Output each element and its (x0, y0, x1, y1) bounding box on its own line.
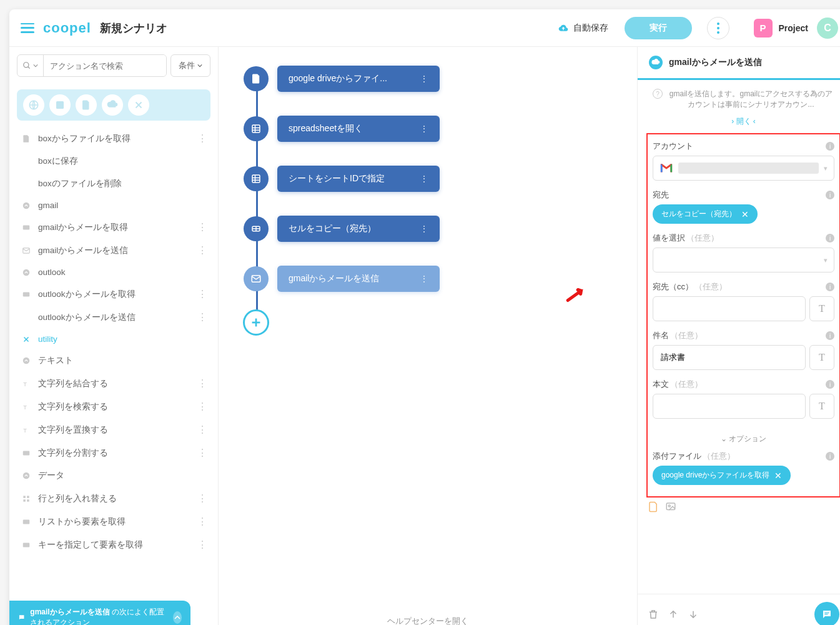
scenario-title[interactable]: 新規シナリオ (100, 21, 167, 36)
sidebar-item-label: リストから要素を取得 (38, 516, 126, 528)
sidebar-action-item[interactable]: boxのファイルを削除 (9, 172, 218, 195)
item-more-icon[interactable]: ⋮ (197, 244, 207, 256)
info-icon[interactable]: i (826, 380, 834, 389)
tip-bar[interactable]: gmailからメールを送信 の次によく配置されるアクション (9, 601, 190, 625)
sidebar-category[interactable]: テキスト (9, 349, 218, 372)
item-more-icon[interactable]: ⋮ (197, 516, 207, 528)
sidebar-action-item[interactable]: outlookからメールを取得⋮ (9, 282, 218, 306)
flow-canvas[interactable]: google driveからファイ...⋮spreadsheetを開く⋮シートを… (219, 47, 637, 625)
filter-button[interactable]: 条件 (170, 54, 210, 77)
info-icon[interactable]: i (826, 191, 834, 199)
sidebar-action-item[interactable]: boxに保存 (9, 150, 218, 172)
info-icon[interactable]: i (826, 331, 834, 340)
delete-icon[interactable] (648, 609, 659, 620)
item-more-icon[interactable]: ⋮ (197, 492, 207, 504)
account-select[interactable]: ▾ (653, 156, 834, 181)
comment-icon (18, 612, 25, 622)
sidebar-action-item[interactable]: outlookからメールを送信⋮ (9, 306, 218, 329)
item-more-icon[interactable]: ⋮ (197, 221, 207, 233)
info-icon[interactable]: i (826, 142, 834, 151)
attachment-chip[interactable]: google driveからファイルを取得 ✕ (653, 466, 791, 485)
help-icon[interactable]: ? (653, 89, 663, 99)
help-center-link[interactable]: ヘルプセンターを開く (387, 616, 468, 625)
sidebar-item-label: 文字列を分割する (38, 448, 108, 459)
item-more-icon[interactable]: ⋮ (197, 311, 207, 323)
item-more-icon[interactable]: ⋮ (197, 378, 207, 389)
value-select[interactable]: ▾ (653, 248, 834, 272)
sidebar-item-label: gmailからメールを送信 (38, 245, 128, 256)
image-icon[interactable] (665, 501, 676, 512)
sidebar-category[interactable]: outlook (9, 262, 218, 282)
item-more-icon[interactable]: ⋮ (197, 401, 207, 412)
sidebar-action-item[interactable]: T文字列を検索する⋮ (9, 395, 218, 418)
node-more-icon[interactable]: ⋮ (407, 174, 428, 184)
search-input[interactable] (44, 55, 166, 76)
sidebar-action-item[interactable]: gmailからメールを取得⋮ (9, 216, 218, 239)
node-more-icon[interactable]: ⋮ (407, 74, 428, 84)
item-more-icon[interactable]: ⋮ (197, 447, 207, 459)
user-avatar[interactable]: C (817, 18, 838, 39)
sidebar-action-item[interactable]: リストから要素を取得⋮ (9, 510, 218, 533)
move-up-icon[interactable] (668, 609, 679, 620)
sidebar-action-item[interactable]: gmailからメールを送信⋮ (9, 239, 218, 262)
run-button[interactable]: 実行 (625, 17, 692, 39)
flow-node-box[interactable]: google driveからファイ...⋮ (277, 66, 440, 92)
move-down-icon[interactable] (688, 609, 699, 620)
subject-input[interactable] (653, 345, 806, 370)
item-more-icon[interactable]: ⋮ (197, 132, 207, 144)
sidebar-action-item[interactable]: boxからファイルを取得⋮ (9, 127, 218, 150)
chip-remove-icon[interactable]: ✕ (774, 471, 782, 481)
node-more-icon[interactable]: ⋮ (407, 224, 428, 234)
sidebar-category[interactable]: データ (9, 464, 218, 487)
category-file-icon[interactable] (76, 94, 97, 116)
flow-node-box[interactable]: gmailからメールを送信⋮ (277, 266, 440, 292)
expand-description-link[interactable]: › 開く ‹ (638, 114, 840, 133)
project-selector[interactable]: P Project (754, 19, 808, 38)
chevron-icon (21, 201, 32, 210)
flow-node[interactable]: spreadsheetを開く⋮ (237, 116, 618, 142)
sidebar-category[interactable]: utility (9, 329, 218, 349)
sidebar-action-item[interactable]: 行と列を入れ替える⋮ (9, 487, 218, 510)
node-more-icon[interactable]: ⋮ (407, 124, 428, 134)
sidebar-action-item[interactable]: T文字列を置換する⋮ (9, 418, 218, 441)
text-mode-button[interactable]: T (809, 296, 834, 321)
sidebar-action-item[interactable]: T文字列を結合する⋮ (9, 372, 218, 395)
to-chip[interactable]: セルをコピー（宛先） ✕ (653, 204, 758, 224)
flow-node-box[interactable]: spreadsheetを開く⋮ (277, 116, 440, 142)
flow-node[interactable]: シートをシートIDで指定⋮ (237, 166, 618, 192)
sidebar-item-label: boxに保存 (38, 156, 78, 167)
category-web-icon[interactable] (23, 94, 44, 116)
text-mode-button[interactable]: T (809, 345, 834, 370)
chip-remove-icon[interactable]: ✕ (741, 209, 749, 219)
sidebar-action-item[interactable]: 文字列を分割する⋮ (9, 441, 218, 464)
flow-node[interactable]: セルをコピー（宛先）⋮ (237, 216, 618, 242)
flow-node-box[interactable]: セルをコピー（宛先）⋮ (277, 216, 440, 242)
sidebar-category[interactable]: gmail (9, 195, 218, 216)
search-type-selector[interactable] (17, 55, 44, 76)
category-cloud-icon[interactable] (102, 94, 123, 116)
info-icon[interactable]: i (826, 282, 834, 291)
category-app-icon[interactable] (49, 94, 71, 116)
node-more-icon[interactable]: ⋮ (407, 274, 428, 284)
info-icon[interactable]: i (826, 452, 834, 461)
item-more-icon[interactable]: ⋮ (197, 539, 207, 551)
category-utility-icon[interactable] (128, 94, 149, 116)
svg-point-9 (23, 269, 30, 276)
cc-input[interactable] (653, 296, 806, 321)
sidebar-action-item[interactable]: キーを指定して要素を取得⋮ (9, 533, 218, 556)
item-more-icon[interactable]: ⋮ (197, 288, 207, 300)
info-icon[interactable]: i (826, 234, 834, 242)
file-icon[interactable] (648, 501, 659, 512)
options-toggle[interactable]: ⌄ オプション (653, 428, 834, 451)
comment-button[interactable] (814, 602, 839, 625)
flow-node-box[interactable]: シートをシートIDで指定⋮ (277, 166, 440, 192)
header-more-button[interactable] (707, 17, 729, 39)
text-mode-button[interactable]: T (809, 394, 834, 419)
attachment-label: 添付ファイル (653, 451, 701, 462)
flow-node[interactable]: google driveからファイ...⋮ (237, 66, 618, 92)
body-input[interactable] (653, 394, 806, 419)
item-more-icon[interactable]: ⋮ (197, 424, 207, 436)
menu-button[interactable] (21, 23, 34, 33)
add-node-button[interactable] (243, 309, 269, 336)
flow-node[interactable]: gmailからメールを送信⋮ (237, 266, 618, 292)
